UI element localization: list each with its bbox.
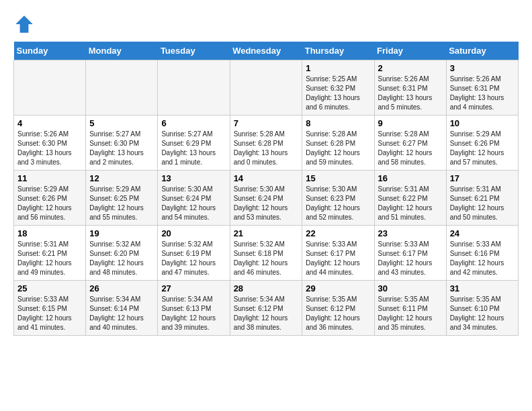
page-header: [13, 13, 519, 35]
day-info: Sunrise: 5:30 AM Sunset: 6:24 PM Dayligh…: [234, 185, 299, 222]
day-info: Sunrise: 5:28 AM Sunset: 6:28 PM Dayligh…: [306, 130, 370, 167]
calendar-cell: 29Sunrise: 5:35 AM Sunset: 6:12 PM Dayli…: [302, 281, 374, 336]
calendar-cell: 27Sunrise: 5:34 AM Sunset: 6:13 PM Dayli…: [158, 281, 230, 336]
day-number: 7: [234, 118, 299, 128]
column-header-sunday: Sunday: [14, 42, 86, 60]
calendar-cell: 31Sunrise: 5:35 AM Sunset: 6:10 PM Dayli…: [446, 281, 518, 336]
calendar-cell: 5Sunrise: 5:27 AM Sunset: 6:30 PM Daylig…: [86, 116, 158, 171]
day-info: Sunrise: 5:30 AM Sunset: 6:23 PM Dayligh…: [306, 185, 370, 222]
calendar-cell: [230, 60, 302, 116]
column-header-wednesday: Wednesday: [230, 42, 302, 60]
calendar-cell: 2Sunrise: 5:26 AM Sunset: 6:31 PM Daylig…: [374, 60, 446, 116]
day-info: Sunrise: 5:28 AM Sunset: 6:28 PM Dayligh…: [234, 130, 299, 167]
calendar-cell: 9Sunrise: 5:28 AM Sunset: 6:27 PM Daylig…: [374, 116, 446, 171]
column-header-monday: Monday: [86, 42, 158, 60]
day-number: 2: [378, 63, 443, 73]
day-number: 12: [89, 173, 154, 183]
day-info: Sunrise: 5:35 AM Sunset: 6:11 PM Dayligh…: [378, 295, 443, 332]
day-number: 5: [89, 118, 154, 128]
day-info: Sunrise: 5:27 AM Sunset: 6:30 PM Dayligh…: [89, 130, 154, 167]
logo-icon: [13, 13, 35, 35]
calendar-cell: 21Sunrise: 5:32 AM Sunset: 6:18 PM Dayli…: [230, 226, 302, 281]
day-info: Sunrise: 5:29 AM Sunset: 6:26 PM Dayligh…: [17, 185, 82, 222]
day-number: 1: [306, 63, 370, 73]
week-row-5: 25Sunrise: 5:33 AM Sunset: 6:15 PM Dayli…: [14, 281, 519, 336]
day-number: 28: [234, 283, 299, 293]
day-number: 22: [306, 228, 370, 238]
calendar-table: SundayMondayTuesdayWednesdayThursdayFrid…: [13, 42, 519, 336]
calendar-cell: 26Sunrise: 5:34 AM Sunset: 6:14 PM Dayli…: [86, 281, 158, 336]
day-number: 26: [89, 283, 154, 293]
calendar-cell: 22Sunrise: 5:33 AM Sunset: 6:17 PM Dayli…: [302, 226, 374, 281]
calendar-cell: 8Sunrise: 5:28 AM Sunset: 6:28 PM Daylig…: [302, 116, 374, 171]
calendar-cell: [158, 60, 230, 116]
calendar-cell: 4Sunrise: 5:26 AM Sunset: 6:30 PM Daylig…: [14, 116, 86, 171]
calendar-cell: 1Sunrise: 5:25 AM Sunset: 6:32 PM Daylig…: [302, 60, 374, 116]
header-row: SundayMondayTuesdayWednesdayThursdayFrid…: [14, 42, 519, 60]
day-info: Sunrise: 5:33 AM Sunset: 6:17 PM Dayligh…: [378, 240, 443, 277]
calendar-cell: 23Sunrise: 5:33 AM Sunset: 6:17 PM Dayli…: [374, 226, 446, 281]
calendar-cell: [14, 60, 86, 116]
day-number: 9: [378, 118, 443, 128]
day-info: Sunrise: 5:26 AM Sunset: 6:31 PM Dayligh…: [450, 75, 515, 112]
day-info: Sunrise: 5:34 AM Sunset: 6:12 PM Dayligh…: [234, 295, 299, 332]
calendar-cell: 20Sunrise: 5:32 AM Sunset: 6:19 PM Dayli…: [158, 226, 230, 281]
day-info: Sunrise: 5:32 AM Sunset: 6:20 PM Dayligh…: [89, 240, 154, 277]
calendar-cell: 30Sunrise: 5:35 AM Sunset: 6:11 PM Dayli…: [374, 281, 446, 336]
day-info: Sunrise: 5:29 AM Sunset: 6:26 PM Dayligh…: [450, 130, 515, 167]
calendar-cell: 28Sunrise: 5:34 AM Sunset: 6:12 PM Dayli…: [230, 281, 302, 336]
calendar-cell: 25Sunrise: 5:33 AM Sunset: 6:15 PM Dayli…: [14, 281, 86, 336]
day-info: Sunrise: 5:34 AM Sunset: 6:14 PM Dayligh…: [89, 295, 154, 332]
day-number: 4: [17, 118, 82, 128]
column-header-friday: Friday: [374, 42, 446, 60]
day-number: 18: [17, 228, 82, 238]
logo: [13, 13, 38, 35]
day-info: Sunrise: 5:34 AM Sunset: 6:13 PM Dayligh…: [161, 295, 226, 332]
day-info: Sunrise: 5:25 AM Sunset: 6:32 PM Dayligh…: [306, 75, 370, 112]
day-info: Sunrise: 5:27 AM Sunset: 6:29 PM Dayligh…: [161, 130, 226, 167]
calendar-cell: 19Sunrise: 5:32 AM Sunset: 6:20 PM Dayli…: [86, 226, 158, 281]
day-number: 21: [234, 228, 299, 238]
calendar-cell: 12Sunrise: 5:29 AM Sunset: 6:25 PM Dayli…: [86, 171, 158, 226]
day-info: Sunrise: 5:29 AM Sunset: 6:25 PM Dayligh…: [89, 185, 154, 222]
calendar-cell: 6Sunrise: 5:27 AM Sunset: 6:29 PM Daylig…: [158, 116, 230, 171]
day-info: Sunrise: 5:26 AM Sunset: 6:30 PM Dayligh…: [17, 130, 82, 167]
day-number: 14: [234, 173, 299, 183]
column-header-tuesday: Tuesday: [158, 42, 230, 60]
day-number: 6: [161, 118, 226, 128]
column-header-thursday: Thursday: [302, 42, 374, 60]
day-info: Sunrise: 5:35 AM Sunset: 6:10 PM Dayligh…: [450, 295, 515, 332]
day-info: Sunrise: 5:33 AM Sunset: 6:16 PM Dayligh…: [450, 240, 515, 277]
day-number: 31: [450, 283, 515, 293]
day-info: Sunrise: 5:33 AM Sunset: 6:15 PM Dayligh…: [17, 295, 82, 332]
day-info: Sunrise: 5:28 AM Sunset: 6:27 PM Dayligh…: [378, 130, 443, 167]
day-info: Sunrise: 5:33 AM Sunset: 6:17 PM Dayligh…: [306, 240, 370, 277]
day-info: Sunrise: 5:26 AM Sunset: 6:31 PM Dayligh…: [378, 75, 443, 112]
day-number: 11: [17, 173, 82, 183]
calendar-cell: 13Sunrise: 5:30 AM Sunset: 6:24 PM Dayli…: [158, 171, 230, 226]
calendar-cell: 11Sunrise: 5:29 AM Sunset: 6:26 PM Dayli…: [14, 171, 86, 226]
day-info: Sunrise: 5:31 AM Sunset: 6:21 PM Dayligh…: [450, 185, 515, 222]
day-number: 20: [161, 228, 226, 238]
day-number: 30: [378, 283, 443, 293]
calendar-cell: 16Sunrise: 5:31 AM Sunset: 6:22 PM Dayli…: [374, 171, 446, 226]
svg-marker-0: [15, 15, 33, 33]
day-number: 15: [306, 173, 370, 183]
day-number: 19: [89, 228, 154, 238]
day-number: 23: [378, 228, 443, 238]
column-header-saturday: Saturday: [446, 42, 518, 60]
day-info: Sunrise: 5:30 AM Sunset: 6:24 PM Dayligh…: [161, 185, 226, 222]
day-number: 25: [17, 283, 82, 293]
day-info: Sunrise: 5:31 AM Sunset: 6:22 PM Dayligh…: [378, 185, 443, 222]
day-info: Sunrise: 5:35 AM Sunset: 6:12 PM Dayligh…: [306, 295, 370, 332]
calendar-cell: 14Sunrise: 5:30 AM Sunset: 6:24 PM Dayli…: [230, 171, 302, 226]
day-number: 24: [450, 228, 515, 238]
calendar-cell: 3Sunrise: 5:26 AM Sunset: 6:31 PM Daylig…: [446, 60, 518, 116]
day-number: 13: [161, 173, 226, 183]
week-row-2: 4Sunrise: 5:26 AM Sunset: 6:30 PM Daylig…: [14, 116, 519, 171]
calendar-cell: 10Sunrise: 5:29 AM Sunset: 6:26 PM Dayli…: [446, 116, 518, 171]
day-number: 8: [306, 118, 370, 128]
day-info: Sunrise: 5:32 AM Sunset: 6:19 PM Dayligh…: [161, 240, 226, 277]
calendar-cell: 17Sunrise: 5:31 AM Sunset: 6:21 PM Dayli…: [446, 171, 518, 226]
day-number: 27: [161, 283, 226, 293]
